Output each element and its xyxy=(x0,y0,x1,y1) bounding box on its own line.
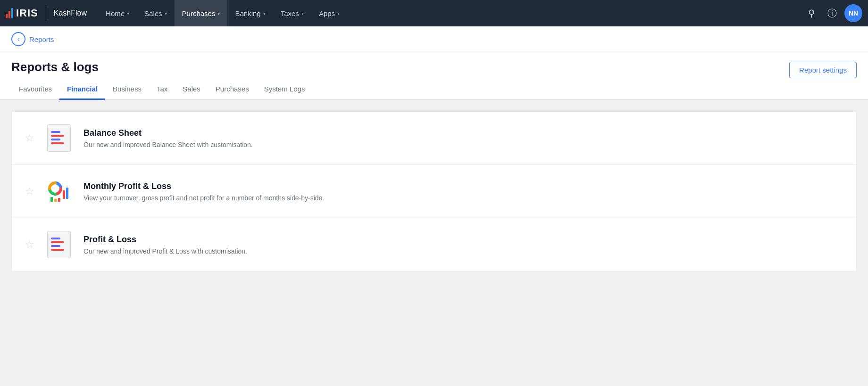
report-row-profit-loss: ☆ Profit & Loss Our new and improved Pro… xyxy=(12,218,856,271)
logo-divider xyxy=(46,6,46,20)
nav-menu: Home ▾ Sales ▾ Purchases ▾ Banking ▾ Tax… xyxy=(98,0,803,26)
tab-business[interactable]: Business xyxy=(105,78,149,100)
tab-system-logs[interactable]: System Logs xyxy=(257,78,313,100)
svg-rect-3 xyxy=(50,197,53,202)
monthly-pl-info: Monthly Profit & Loss View your turnover… xyxy=(83,181,843,202)
tab-favourites[interactable]: Favourites xyxy=(11,78,59,100)
pl-info: Profit & Loss Our new and improved Profi… xyxy=(83,235,843,255)
iris-text: IRIS xyxy=(16,7,38,19)
home-chevron-icon: ▾ xyxy=(127,11,129,16)
balance-sheet-icon xyxy=(44,123,74,153)
nav-apps[interactable]: Apps ▾ xyxy=(311,0,347,26)
nav-home[interactable]: Home ▾ xyxy=(98,0,137,26)
pl-title[interactable]: Profit & Loss xyxy=(83,235,843,245)
back-icon: ‹ xyxy=(17,35,20,43)
monthly-pl-chart-svg xyxy=(46,178,72,205)
logo: IRIS KashFlow xyxy=(6,6,94,20)
monthly-pl-title[interactable]: Monthly Profit & Loss xyxy=(83,181,843,191)
tab-tax[interactable]: Tax xyxy=(149,78,175,100)
balance-sheet-description: Our new and improved Balance Sheet with … xyxy=(83,141,843,148)
breadcrumb-reports-link[interactable]: Reports xyxy=(29,35,54,43)
tab-financial[interactable]: Financial xyxy=(59,78,105,100)
balance-sheet-title[interactable]: Balance Sheet xyxy=(83,128,843,138)
nav-taxes[interactable]: Taxes ▾ xyxy=(273,0,311,26)
pl-star-button[interactable]: ☆ xyxy=(25,238,34,251)
nav-banking[interactable]: Banking ▾ xyxy=(227,0,273,26)
tab-purchases[interactable]: Purchases xyxy=(208,78,257,100)
report-row-monthly-profit-loss: ☆ Monthly xyxy=(12,165,856,218)
svg-rect-4 xyxy=(54,199,57,202)
balance-sheet-info: Balance Sheet Our new and improved Balan… xyxy=(83,128,843,148)
reports-content: ☆ Balance Sheet Our new and improved Bal… xyxy=(0,100,868,283)
apps-chevron-icon: ▾ xyxy=(337,11,340,16)
monthly-pl-description: View your turnover, gross profit and net… xyxy=(83,194,843,202)
main-nav: IRIS KashFlow Home ▾ Sales ▾ Purchases ▾… xyxy=(0,0,868,26)
purchases-chevron-icon: ▾ xyxy=(217,11,220,16)
svg-rect-2 xyxy=(66,188,68,199)
help-icon: ⓘ xyxy=(827,7,837,20)
search-icon: ⚲ xyxy=(808,8,815,19)
search-button[interactable]: ⚲ xyxy=(803,5,820,22)
nav-purchases[interactable]: Purchases ▾ xyxy=(175,0,228,26)
tabs-bar: Favourites Financial Business Tax Sales … xyxy=(0,78,868,100)
page-title: Reports & logs xyxy=(11,60,99,74)
nav-right-actions: ⚲ ⓘ NN xyxy=(803,4,862,22)
nav-sales[interactable]: Sales ▾ xyxy=(137,0,175,26)
user-avatar[interactable]: NN xyxy=(844,4,862,22)
kashflow-text: KashFlow xyxy=(54,9,87,17)
tab-sales[interactable]: Sales xyxy=(175,78,208,100)
help-button[interactable]: ⓘ xyxy=(824,5,841,22)
logo-bars-icon xyxy=(6,8,13,18)
taxes-chevron-icon: ▾ xyxy=(301,11,304,16)
reports-list: ☆ Balance Sheet Our new and improved Bal… xyxy=(11,111,857,271)
monthly-pl-star-button[interactable]: ☆ xyxy=(25,185,34,197)
page-header: Reports & logs Report settings xyxy=(0,52,868,78)
breadcrumb: ‹ Reports xyxy=(0,26,868,52)
report-row-balance-sheet: ☆ Balance Sheet Our new and improved Bal… xyxy=(12,112,856,165)
svg-rect-1 xyxy=(63,190,65,199)
back-button[interactable]: ‹ xyxy=(11,32,25,46)
monthly-pl-icon xyxy=(44,176,74,206)
pl-description: Our new and improved Profit & Loss with … xyxy=(83,247,843,255)
balance-sheet-star-button[interactable]: ☆ xyxy=(25,132,34,144)
sales-chevron-icon: ▾ xyxy=(165,11,167,16)
report-settings-button[interactable]: Report settings xyxy=(789,62,857,78)
iris-logo: IRIS KashFlow xyxy=(6,6,87,20)
svg-rect-5 xyxy=(58,198,60,202)
pl-icon xyxy=(44,230,74,260)
banking-chevron-icon: ▾ xyxy=(263,11,266,16)
